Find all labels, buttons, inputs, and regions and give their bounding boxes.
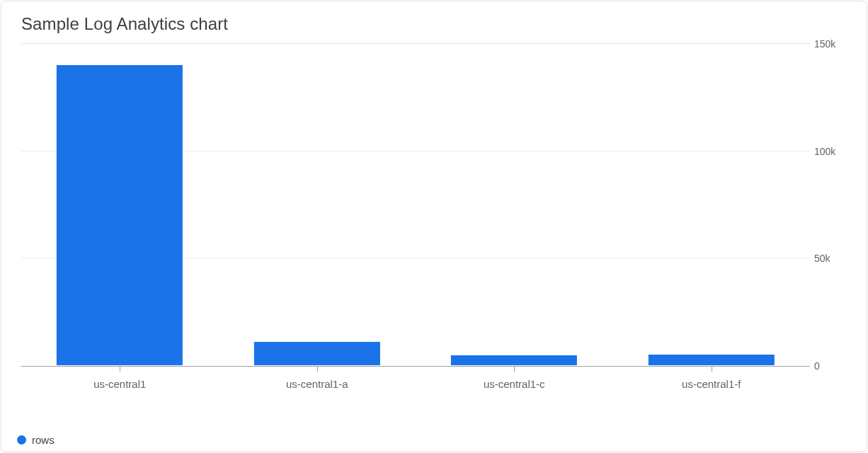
legend-label: rows — [32, 434, 55, 446]
chart-title: Sample Log Analytics chart — [1, 1, 867, 44]
x-tick-label: us-central1-c — [416, 378, 613, 390]
y-tick-label: 50k — [814, 253, 845, 264]
bar-slot — [416, 44, 613, 365]
x-tick-mark — [712, 367, 712, 372]
y-tick-label: 150k — [814, 38, 845, 50]
x-tick-label: us-central1-f — [613, 378, 811, 390]
bar[interactable] — [649, 355, 775, 365]
bar-slot — [613, 44, 811, 365]
chart-card: Sample Log Analytics chart 050k100k150k … — [1, 1, 867, 452]
bar-slot — [219, 44, 416, 365]
bar[interactable] — [254, 342, 380, 365]
plot-area: 050k100k150k — [21, 44, 810, 367]
bar[interactable] — [451, 355, 577, 365]
bar[interactable] — [57, 65, 183, 365]
x-tick-label: us-central1-a — [219, 378, 416, 390]
x-tick-mark — [514, 367, 515, 372]
x-tick-mark — [317, 367, 318, 372]
y-tick-label: 100k — [814, 146, 845, 157]
bar-slot — [21, 44, 219, 365]
chart-plot: 050k100k150k us-central1us-central1-aus-… — [1, 44, 867, 392]
legend: rows — [17, 434, 55, 446]
x-tick-mark — [120, 367, 120, 372]
y-tick-label: 0 — [814, 360, 845, 372]
legend-swatch-icon — [17, 435, 26, 445]
x-tick-label: us-central1 — [21, 378, 219, 390]
